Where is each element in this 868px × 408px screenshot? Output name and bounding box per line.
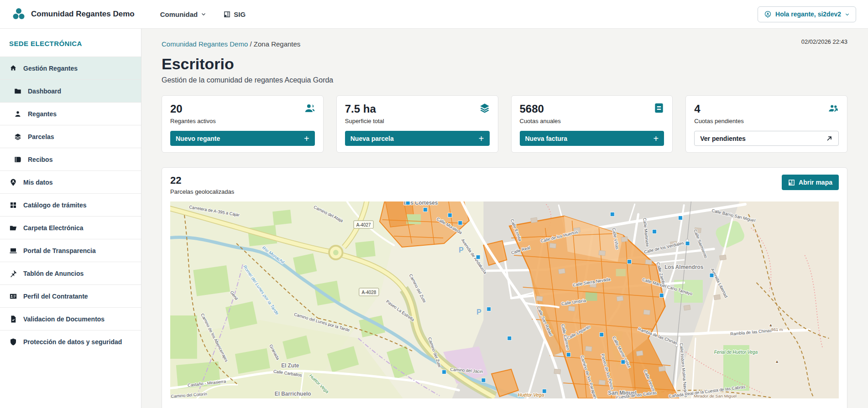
app-logo-icon [12,7,26,21]
parcel-marker[interactable] [406,201,410,205]
sidebar-item-catalogo-de-tramites[interactable]: Catálogo de trámites [0,193,141,216]
stat-value: 4 [694,103,839,115]
parcel-marker[interactable] [424,208,428,212]
users-icon [304,102,316,114]
shield-icon [9,338,17,346]
parcel-marker[interactable] [600,333,604,337]
stat-label: Cuotas anuales [520,118,664,124]
map-stat-label: Parcelas geolocalizadas [170,188,234,195]
parcel-marker[interactable] [610,212,614,217]
sidebar-item-parcelas[interactable]: Parcelas [0,125,141,148]
stat-label: Superficie total [345,118,490,124]
nav-sig[interactable]: SIG [224,10,246,18]
parcel-marker[interactable] [685,242,690,246]
parcel-marker[interactable] [476,255,480,259]
parcel-marker[interactable] [710,274,714,278]
stat-label: Cuotas pendientes [694,118,839,124]
sidebar-item-carpeta-electronica[interactable]: Carpeta Electrónica [0,216,141,239]
stat-card-superficie: 7.5 ha Superficie total Nueva parcela + [336,95,498,153]
sidebar-item-mis-datos[interactable]: Mis datos [0,170,141,193]
parcel-marker[interactable] [507,336,512,341]
new-parcela-button[interactable]: Nueva parcela + [345,131,490,146]
person-icon [14,110,22,118]
new-regante-button[interactable]: Nuevo regante + [170,131,315,146]
parcel-marker[interactable] [627,260,632,264]
invoice-icon [653,102,665,114]
nav-comunidad[interactable]: Comunidad [160,10,207,18]
sidebar-item-tablon-de-anuncios[interactable]: Tablón de Anuncios [0,262,141,284]
sidebar-item-perfil-del-contratante[interactable]: Perfil del Contratante [0,284,141,307]
parcel-marker[interactable] [442,370,446,374]
user-pin-icon [764,10,772,18]
sidebar-item-label: Carpeta Electrónica [23,224,84,232]
parking-label: P [459,246,464,254]
grid-icon [9,201,17,209]
sidebar-item-dashboard[interactable]: Dashboard [0,79,141,102]
sidebar-item-validacion-de-documentos[interactable]: Validacion de Documentos [0,307,141,330]
button-label: Ver pendientes [700,135,746,142]
sidebar-item-label: Perfil del Contratante [23,293,88,300]
sidebar-item-gestion-regantes[interactable]: Gestión Regantes [0,57,141,79]
sidebar-item-label: Tablón de Anuncios [23,270,84,277]
sidebar-item-label: Dashboard [28,88,61,95]
sidebar-item-recibos[interactable]: Recibos [0,148,141,170]
page-title: Escritorio [162,55,847,73]
sidebar-item-label: Recibos [28,156,52,163]
map-icon [788,179,795,186]
parcel-marker[interactable] [542,389,546,393]
map-viewport[interactable]: P P A-4027A-4028 Carretera de A-395 a Cá… [170,201,839,398]
sidebar-item-label: Portal de Transparencia [23,247,96,254]
svg-text:Mirador de San Miguel: Mirador de San Miguel [694,393,737,398]
page-subtitle: Gestión de la comunidad de regantes Aceq… [162,76,847,84]
parcel-marker[interactable] [653,230,657,234]
stat-cards: 20 Regantes activos Nuevo regante + 7.5 … [162,95,847,153]
new-factura-button[interactable]: Nueva factura + [520,131,664,146]
sidebar-item-proteccion-de-datos-y-seguridad[interactable]: Protección de datos y seguridad [0,330,141,353]
stat-card-pendientes: 4 Cuotas pendientes Ver pendientes [685,95,847,153]
button-label: Abrir mapa [799,179,832,186]
breadcrumb-separator: / [248,40,254,48]
sidebar-item-label: Protección de datos y seguridad [23,338,122,346]
sidebar-nav: Gestión RegantesDashboardRegantesParcela… [0,57,141,353]
breadcrumb-current: Zona Regantes [254,40,301,48]
user-menu-label: Hola regante, si2dev2 [775,10,841,18]
stat-card-cuotas: 5680 Cuotas anuales Nueva factura + [511,95,673,153]
arrow-up-right-icon [826,135,833,142]
layers-icon [479,102,491,114]
chevron-down-icon [201,11,206,17]
sidebar-item-regantes[interactable]: Regantes [0,102,141,125]
stat-card-regantes: 20 Regantes activos Nuevo regante + [162,95,324,153]
parcel-marker[interactable] [481,378,486,382]
user-menu-button[interactable]: Hola regante, si2dev2 [758,6,856,22]
sidebar-item-portal-de-transparencia[interactable]: Portal de Transparencia [0,239,141,262]
main-content: Comunidad Regantes Demo / Zona Regantes … [141,29,868,408]
id-card-icon [9,292,17,300]
map[interactable]: P P A-4027A-4028 Carretera de A-395 a Cá… [170,201,839,398]
parking-label: P [476,308,481,316]
stat-value: 7.5 ha [345,103,490,115]
parcel-marker[interactable] [678,216,682,220]
sidebar-title: SEDE ELECTRÓNICA [0,29,141,57]
breadcrumb-link[interactable]: Comunidad Regantes Demo [162,40,248,48]
brand[interactable]: Comunidad Regantes Demo [12,7,135,21]
brand-name: Comunidad Regantes Demo [31,10,135,19]
parcel-marker[interactable] [659,294,664,298]
home-icon [9,64,17,72]
parcel-marker[interactable] [566,353,570,357]
group-icon [828,102,840,114]
parcel-marker[interactable] [487,307,491,311]
map-card: 22 Parcelas geolocalizadas Abrir mapa [162,167,847,408]
parcel-marker[interactable] [448,213,452,217]
svg-text:A-4027: A-4027 [356,222,371,227]
ver-pendientes-button[interactable]: Ver pendientes [694,131,839,146]
layers-icon [14,133,22,141]
svg-text:A-4028: A-4028 [362,290,376,295]
stat-value: 5680 [520,103,664,115]
sidebar-item-label: Mis datos [23,179,53,186]
parcel-marker[interactable] [458,221,462,225]
parcel-marker[interactable] [621,360,625,364]
sidebar: SEDE ELECTRÓNICA Gestión RegantesDashboa… [0,29,141,408]
svg-text:Huétor Vega: Huétor Vega [518,393,544,398]
sidebar-item-label: Parcelas [28,133,54,140]
open-map-button[interactable]: Abrir mapa [782,175,839,190]
